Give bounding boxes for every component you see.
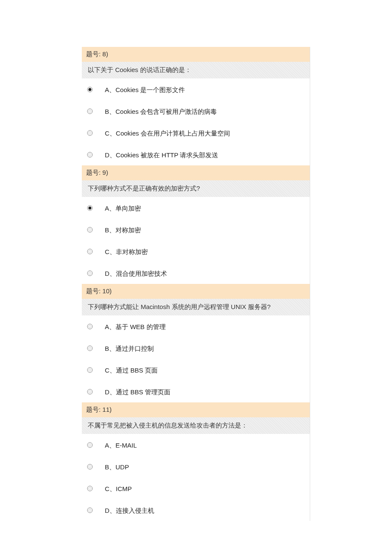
svg-point-2 — [87, 109, 92, 114]
svg-point-9 — [89, 206, 92, 209]
option-row[interactable]: A、Cookies 是一个图形文件 — [82, 78, 310, 100]
question-header: 题号: 9) — [82, 165, 310, 180]
radio-unselected-icon[interactable] — [87, 389, 93, 395]
option-row[interactable]: C、Cookies 会在用户计算机上占用大量空间 — [82, 122, 310, 144]
option-label: B、通过并口控制 — [105, 343, 154, 353]
svg-point-18 — [87, 346, 92, 351]
option-label: A、Cookies 是一个图形文件 — [105, 84, 185, 94]
radio-unselected-icon[interactable] — [87, 324, 93, 330]
option-label: C、Cookies 会在用户计算机上占用大量空间 — [105, 128, 230, 138]
svg-point-10 — [87, 227, 92, 232]
option-label: C、ICMP — [105, 483, 132, 493]
option-row[interactable]: C、通过 BBS 页面 — [82, 359, 310, 381]
radio-unselected-icon[interactable] — [87, 486, 93, 491]
option-label: D、通过 BBS 管理页面 — [105, 387, 170, 396]
option-label: D、连接入侵主机 — [105, 505, 154, 515]
question-header: 题号: 8) — [82, 47, 310, 62]
radio-unselected-icon[interactable] — [87, 130, 93, 136]
option-row[interactable]: D、连接入侵主机 — [82, 499, 310, 521]
svg-point-28 — [87, 486, 92, 491]
question-text: 不属于常见把被入侵主机的信息发送给攻击者的方法是： — [82, 417, 310, 434]
radio-unselected-icon[interactable] — [87, 108, 93, 114]
option-row[interactable]: B、UDP — [82, 456, 310, 477]
radio-unselected-icon[interactable] — [87, 227, 93, 233]
question-text: 以下关于 Cookies 的说话正确的是： — [82, 62, 310, 78]
option-row[interactable]: D、Cookies 被放在 HTTP 请求头部发送 — [82, 144, 310, 165]
option-label: D、Cookies 被放在 HTTP 请求头部发送 — [105, 150, 218, 159]
radio-unselected-icon[interactable] — [87, 442, 93, 448]
option-label: D、混合使用加密技术 — [105, 268, 167, 278]
svg-point-30 — [87, 508, 92, 513]
svg-point-12 — [87, 249, 92, 254]
svg-point-26 — [87, 464, 92, 469]
option-row[interactable]: D、通过 BBS 管理页面 — [82, 381, 310, 402]
option-row[interactable]: A、E-MAIL — [82, 434, 310, 456]
radio-selected-icon[interactable] — [87, 87, 93, 92]
svg-point-20 — [87, 367, 92, 373]
radio-unselected-icon[interactable] — [87, 345, 93, 351]
question-header: 题号: 11) — [82, 402, 310, 417]
quiz-container: 题号: 8)以下关于 Cookies 的说话正确的是：A、Cookies 是一个… — [82, 47, 310, 521]
option-label: C、非对称加密 — [105, 246, 148, 256]
svg-point-16 — [87, 324, 92, 329]
radio-unselected-icon[interactable] — [87, 507, 93, 513]
svg-point-1 — [89, 88, 92, 91]
option-label: A、E-MAIL — [105, 440, 137, 450]
svg-point-24 — [87, 442, 92, 448]
radio-selected-icon[interactable] — [87, 205, 93, 211]
option-row[interactable]: D、混合使用加密技术 — [82, 262, 310, 284]
svg-point-6 — [87, 152, 92, 157]
option-label: B、对称加密 — [105, 225, 141, 234]
radio-unselected-icon[interactable] — [87, 249, 93, 254]
option-row[interactable]: B、Cookies 会包含可被用户激活的病毒 — [82, 100, 310, 122]
option-row[interactable]: B、通过并口控制 — [82, 337, 310, 359]
option-row[interactable]: A、基于 WEB 的管理 — [82, 315, 310, 337]
radio-unselected-icon[interactable] — [87, 464, 93, 470]
svg-point-4 — [87, 130, 92, 136]
option-row[interactable]: C、ICMP — [82, 477, 310, 499]
option-label: A、基于 WEB 的管理 — [105, 321, 166, 331]
svg-point-14 — [87, 271, 92, 276]
option-label: C、通过 BBS 页面 — [105, 365, 158, 375]
svg-point-22 — [87, 389, 92, 394]
option-row[interactable]: C、非对称加密 — [82, 240, 310, 262]
radio-unselected-icon[interactable] — [87, 270, 93, 276]
question-text: 下列哪种方式能让 Macintosh 系统的用户远程管理 UNIX 服务器? — [82, 299, 310, 315]
option-row[interactable]: A、单向加密 — [82, 197, 310, 219]
option-label: A、单向加密 — [105, 203, 141, 213]
option-row[interactable]: B、对称加密 — [82, 219, 310, 240]
radio-unselected-icon[interactable] — [87, 152, 93, 158]
radio-unselected-icon[interactable] — [87, 367, 93, 373]
option-label: B、UDP — [105, 462, 129, 471]
option-label: B、Cookies 会包含可被用户激活的病毒 — [105, 106, 217, 116]
question-header: 题号: 10) — [82, 284, 310, 299]
question-text: 下列哪种方式不是正确有效的加密方式? — [82, 180, 310, 197]
